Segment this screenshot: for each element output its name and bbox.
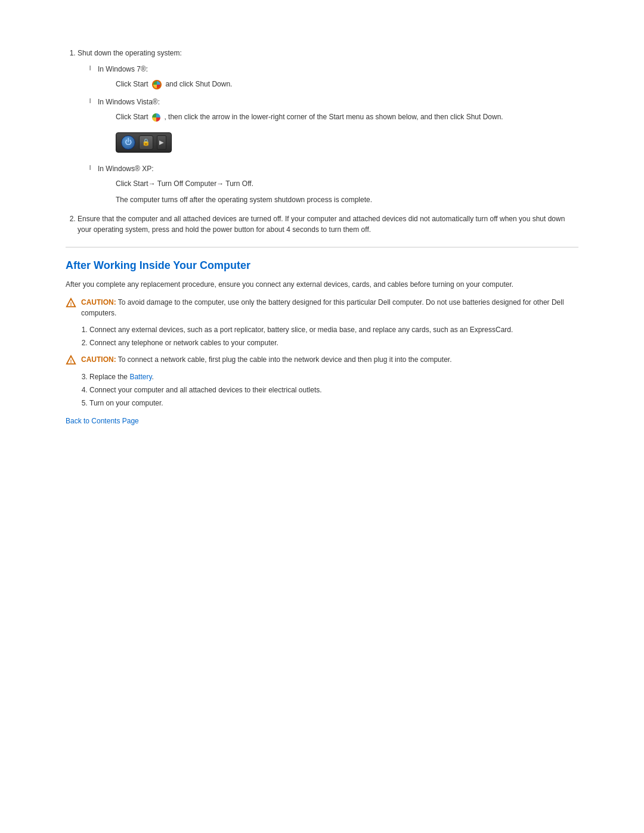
steps-list-2: Replace the Battery. Connect your comput…	[66, 371, 578, 408]
main-content: Shut down the operating system: In Windo…	[66, 48, 578, 425]
shutdown-os-label: Shut down the operating system:	[78, 49, 182, 57]
caution2-text: CAUTION: To connect a network cable, fir…	[81, 354, 451, 365]
section2-intro: After you complete any replacement proce…	[66, 279, 578, 290]
vista-item: In Windows Vista®: Click Start , then cl…	[89, 97, 578, 157]
step-2: Connect any telephone or network cables …	[89, 337, 578, 348]
shutdown-arrow-icon: ▶	[157, 135, 166, 150]
shutdown-list: Shut down the operating system: In Windo…	[66, 48, 578, 235]
caution1-body: To avoid damage to the computer, use onl…	[81, 298, 564, 317]
winxp-item: In Windows® XP: Click Start→ Turn Off Co…	[89, 163, 578, 206]
winxp-instruction: Click Start→ Turn Off Computer→ Turn Off…	[116, 178, 578, 190]
vista-label: In Windows Vista®:	[98, 98, 160, 106]
winxp-label: In Windows® XP:	[98, 165, 154, 173]
step3-prefix: Replace the	[89, 373, 129, 381]
step-5: Turn on your computer.	[89, 398, 578, 408]
shutdown-lock-icon	[139, 135, 153, 150]
shutdown-item-2: Ensure that the computer and all attache…	[78, 213, 566, 235]
svg-text:!: !	[70, 301, 72, 306]
back-to-contents-link[interactable]: Back to Contents Page	[66, 417, 139, 425]
windows7-click-start: Click Start and click Shut Down.	[116, 80, 232, 88]
caution-block-1: ! CAUTION: To avoid damage to the comput…	[66, 297, 578, 318]
caution2-label: CAUTION:	[81, 355, 116, 364]
svg-text:!: !	[70, 358, 72, 364]
vista-logo-icon	[152, 113, 160, 122]
step-1: Connect any external devices, such as a …	[89, 324, 578, 335]
caution1-text: CAUTION: To avoid damage to the computer…	[81, 297, 578, 318]
windows7-logo-icon	[152, 80, 162, 89]
step-4: Connect your computer and all attached d…	[89, 385, 578, 395]
battery-link[interactable]: Battery	[129, 373, 151, 381]
winxp-block: Click Start→ Turn Off Computer→ Turn Off…	[98, 178, 578, 206]
section2-title: After Working Inside Your Computer	[66, 259, 578, 272]
shutdown-power-icon	[121, 135, 135, 150]
shutdown-note: The computer turns off after the operati…	[116, 194, 578, 206]
back-link-container: Back to Contents Page	[66, 417, 578, 425]
section-divider	[66, 247, 578, 247]
windows-variants-list: In Windows 7®: Click Start and click Shu…	[78, 64, 578, 206]
windows7-item: In Windows 7®: Click Start and click Shu…	[89, 64, 578, 90]
caution2-body: To connect a network cable, first plug t…	[118, 355, 452, 364]
shutdown-menu-bar: ▶	[116, 132, 172, 153]
windows7-block: Click Start and click Shut Down.	[98, 79, 578, 90]
caution-triangle-icon-1: !	[66, 298, 76, 308]
after-working-section: After Working Inside Your Computer After…	[66, 259, 578, 425]
shutdown-item-1: Shut down the operating system: In Windo…	[78, 48, 578, 206]
caution1-label: CAUTION:	[81, 298, 116, 306]
caution-block-2: ! CAUTION: To connect a network cable, f…	[66, 354, 578, 366]
windows7-label: In Windows 7®:	[98, 65, 148, 73]
caution-triangle-icon-2: !	[66, 355, 76, 366]
step3-suffix: .	[152, 373, 154, 381]
vista-instruction: Click Start , then click the arrow in th…	[116, 113, 503, 121]
step-3: Replace the Battery.	[89, 371, 578, 382]
steps-list-1: Connect any external devices, such as a …	[66, 324, 578, 348]
vista-block: Click Start , then click the arrow in th…	[98, 112, 578, 157]
